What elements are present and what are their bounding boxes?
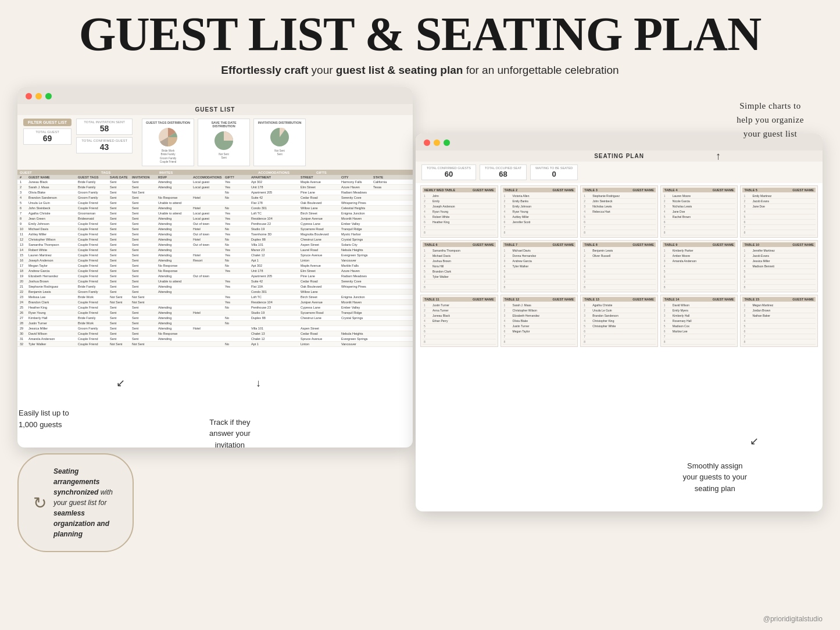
seat-row: 3Juneau Black xyxy=(423,313,496,318)
table-row: 6John SteinbeckCouple FriendSentSentAtte… xyxy=(17,206,413,211)
seat-row: 1Stephanie Rodriguez xyxy=(582,194,656,199)
seating-plan-spreadsheet: SEATING PLAN TOTAL CONFIRMED GUESTS 60 T… xyxy=(416,134,823,511)
seat-row: 2Donna Hernandez xyxy=(503,253,576,259)
seat-row: 4Madison Bennett xyxy=(742,264,816,269)
table-name-9: TABLE 9 xyxy=(664,243,678,246)
seat-row: 2Ursula Le Guin xyxy=(582,308,656,313)
seating-table-15: TABLE 15GUEST NAME1Megan Martinez2Jordan… xyxy=(740,295,818,347)
table-row: 29Jessica MillerGroom FamilySentSentAtte… xyxy=(17,326,413,331)
seat-row: 3Elizabeth Hernandez xyxy=(503,313,576,318)
table-name-1: NEWLY WED TABLE xyxy=(424,188,455,192)
save-date-distribution-chart: SAVE THE DATE DISTRIBUTION Not SentSent xyxy=(198,119,250,166)
seat-row: 3Nicholas Lewis xyxy=(663,204,736,209)
table-name-13: TABLE 13 xyxy=(584,298,599,301)
seat-row: 4Rebecca Hart xyxy=(582,209,656,214)
main-title: GUEST LIST & SEATING PLAN xyxy=(0,0,840,58)
table-name-15: TABLE 15 xyxy=(744,298,759,301)
seat-row: 4Christopher King xyxy=(582,318,656,324)
table-row: 30David WilsonCouple FriendSentSentNo Re… xyxy=(17,331,413,337)
table-row: 24Brandon ClarkCouple FriendNot SentNot … xyxy=(17,300,413,305)
guest-list-spreadsheet: GUEST LIST FILTER GUEST LIST TOTAL GUEST… xyxy=(17,87,413,448)
maximize-icon[interactable] xyxy=(45,93,52,99)
seat-row: 3Amanda Anderson xyxy=(663,259,736,264)
list-guests-annotation: Easily list up to1,000 guests xyxy=(19,407,69,430)
seating-table-4: TABLE 4GUEST NAME1Lauren Moore2Nicole Ga… xyxy=(660,185,738,238)
total-guest-value: 69 xyxy=(28,134,66,143)
seat-row: 1Benjamin Lewis xyxy=(582,248,656,253)
seat-row: 2Emily xyxy=(423,199,496,204)
seat-row: 1David Wilson xyxy=(663,303,736,308)
table-row: 16Joseph AndersonCouple FriendSentSentAt… xyxy=(17,258,413,263)
table-row: 8Jean GreenBridesmaidSentSentAttendingLo… xyxy=(17,216,413,221)
seat-row: 6Megan Taylor xyxy=(503,329,576,334)
seating-table-8: TABLE 8GUEST NAME1Benjamin Lewis2Oliver … xyxy=(580,240,658,292)
table-name-12: TABLE 12 xyxy=(505,298,520,301)
charts-arrow: ↓ xyxy=(716,151,721,163)
seat-row: 2Christopher Wilson xyxy=(503,308,576,313)
seating-table-1: NEWLY WED TABLEGUEST NAME1John2Emily3Jos… xyxy=(420,185,498,238)
seating-table-3: TABLE 3GUEST NAME1Stephanie Rodriguez2Jo… xyxy=(580,185,658,238)
smoothly-assign-annotation: Smoothly assignyour guests to yourseatin… xyxy=(682,460,747,495)
seat-row: 3Joseph Anderson xyxy=(423,204,496,209)
sheet-title: GUEST LIST xyxy=(17,104,413,115)
accomodations-col-header: ACCOMODATIONS xyxy=(258,171,316,174)
guest-list-table: 1Juneau BlackBride FamilySentSentAttendi… xyxy=(17,180,413,347)
seating-maximize-icon[interactable] xyxy=(444,139,450,146)
seat-row: 5Ashley Miller xyxy=(503,214,576,220)
seat-row: 6Marlow Lee xyxy=(663,329,736,334)
seat-row: 3Brandon Sanderson xyxy=(582,313,656,318)
table-name-8: TABLE 8 xyxy=(584,243,598,246)
seating-close-icon[interactable] xyxy=(424,139,430,146)
minimize-icon[interactable] xyxy=(35,93,42,99)
seating-table-5: TABLE 5GUEST NAME1Emily Martinez2Jacob E… xyxy=(740,185,818,238)
seat-row: 5Christopher White xyxy=(582,324,656,329)
list-arrow: ↙ xyxy=(116,377,125,389)
table-row: 14Robert WhiteCouple FriendSentSentAtten… xyxy=(17,248,413,253)
smoothly-arrow: ↙ xyxy=(750,435,759,448)
seat-row: 2Oliver Russell xyxy=(582,253,656,259)
close-icon[interactable] xyxy=(26,93,32,99)
filter-guest-button[interactable]: FILTER GUEST LIST xyxy=(23,119,72,126)
seat-row: 3Kimberly Hall xyxy=(663,313,736,318)
seat-row: 2John Steinbeck xyxy=(582,199,656,204)
seat-row: 4Ryan Young xyxy=(503,209,576,214)
seat-row: 2Amber Moore xyxy=(663,253,736,259)
table-name-14: TABLE 14 xyxy=(664,298,680,301)
seating-table-6: TABLE 6GUEST NAME1Samantha Thompson2Mich… xyxy=(420,240,498,292)
seat-row: 5Rachel Brown xyxy=(663,214,736,220)
track-invitation-annotation: Track if theyanswer yourinvitation xyxy=(209,417,251,451)
seat-row: 1Jennifer Martinez xyxy=(742,248,816,253)
seat-row: 3Jessica Miller xyxy=(742,259,816,264)
seat-row: 1Samantha Thompson xyxy=(423,248,496,253)
seat-row: 5Brandon Clark xyxy=(423,269,496,274)
seat-row: 2Michael Davis xyxy=(423,253,496,259)
subtitle: Effortlessly craft your guest list & sea… xyxy=(0,64,840,77)
invitation-sent-value: 58 xyxy=(81,124,127,133)
table-name-4: TABLE 4 xyxy=(664,188,678,192)
seat-row: 3Joshua Brown xyxy=(423,259,496,264)
table-row: 12Christopher WilsonCouple FriendSentSen… xyxy=(17,237,413,242)
seating-minimize-icon[interactable] xyxy=(434,139,440,146)
table-row: 26Ryan YoungCouple FriendSentSentAttendi… xyxy=(17,310,413,316)
table-row: 17Megan TaylorCouple FriendSentSentNo Re… xyxy=(17,263,413,269)
seat-row: 1Sarah J. Maas xyxy=(503,303,576,308)
seat-row: 3Nicholas Lewis xyxy=(582,204,656,209)
tags-col-header: TAGS xyxy=(101,171,159,174)
seat-row: 2Jacob Evans xyxy=(742,199,816,204)
seat-row: 1Kimberly Parker xyxy=(663,248,736,253)
table-row: 19Elizabeth HernandezCouple FriendSentSe… xyxy=(17,274,413,279)
seating-table-13: TABLE 13GUEST NAME1Agatha Christie2Ursul… xyxy=(580,295,658,347)
seat-row: 4Tyler Walker xyxy=(503,264,576,269)
seat-row: 6Heather King xyxy=(423,220,496,225)
table-name-5: TABLE 5 xyxy=(744,188,757,192)
table-row: 11Ashley MillerCouple FriendSentSentAtte… xyxy=(17,232,413,237)
table-row: 13Samantha ThompsonCouple FriendSentSent… xyxy=(17,242,413,248)
seat-row: 6Jennifer Scott xyxy=(503,220,576,225)
seat-row: 2Jacob Evans xyxy=(742,253,816,259)
table-name-7: TABLE 7 xyxy=(505,243,518,246)
simple-charts-annotation: Simple charts tohelp you organizeyour gu… xyxy=(712,99,828,141)
table-row: 3Olivia BlakeGroom FamilySentNot SentNoA… xyxy=(17,190,413,195)
seat-row: 5Madison Cox xyxy=(663,324,736,329)
seat-row: 1John xyxy=(423,194,496,199)
guest-col-header: GUEST xyxy=(20,171,101,174)
